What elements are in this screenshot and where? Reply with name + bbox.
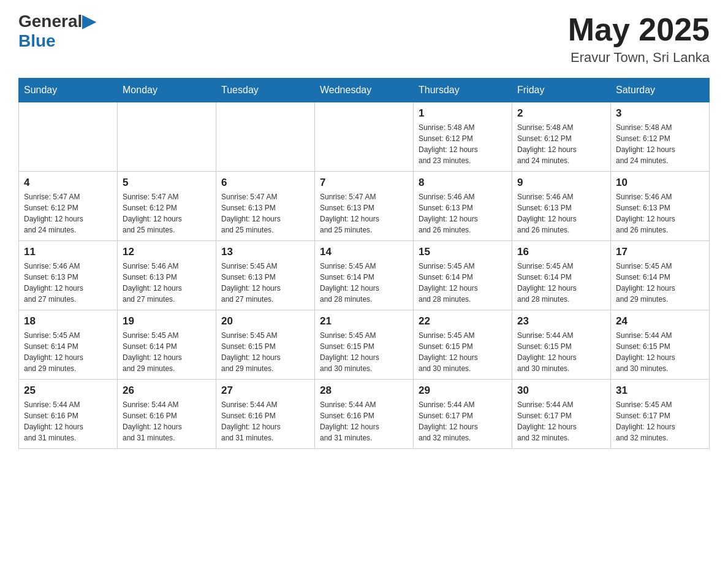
day-number: 11 (24, 246, 112, 258)
day-number: 2 (517, 107, 605, 120)
day-number: 5 (123, 177, 211, 189)
logo: General▶ Blue (18, 12, 96, 51)
table-row: 23Sunrise: 5:44 AM Sunset: 6:15 PM Dayli… (512, 310, 611, 380)
table-row: 26Sunrise: 5:44 AM Sunset: 6:16 PM Dayli… (118, 380, 216, 449)
table-row (118, 102, 216, 172)
day-info: Sunrise: 5:45 AM Sunset: 6:14 PM Dayligh… (419, 261, 507, 305)
day-info: Sunrise: 5:45 AM Sunset: 6:15 PM Dayligh… (221, 330, 309, 374)
day-number: 29 (419, 385, 507, 397)
day-number: 12 (123, 246, 211, 258)
day-info: Sunrise: 5:44 AM Sunset: 6:15 PM Dayligh… (517, 330, 605, 374)
day-number: 22 (419, 315, 507, 327)
day-info: Sunrise: 5:45 AM Sunset: 6:14 PM Dayligh… (616, 261, 704, 305)
day-info: Sunrise: 5:47 AM Sunset: 6:13 PM Dayligh… (320, 191, 408, 236)
day-info: Sunrise: 5:44 AM Sunset: 6:17 PM Dayligh… (517, 399, 605, 443)
title-section: May 2025 Eravur Town, Sri Lanka (568, 12, 710, 66)
table-row: 25Sunrise: 5:44 AM Sunset: 6:16 PM Dayli… (19, 380, 118, 449)
page-header: General▶ Blue May 2025 Eravur Town, Sri … (18, 12, 710, 66)
day-info: Sunrise: 5:45 AM Sunset: 6:15 PM Dayligh… (320, 330, 408, 374)
calendar-week-row: 1Sunrise: 5:48 AM Sunset: 6:12 PM Daylig… (19, 102, 710, 172)
day-info: Sunrise: 5:45 AM Sunset: 6:14 PM Dayligh… (123, 330, 211, 374)
day-number: 10 (616, 177, 704, 189)
day-number: 14 (320, 246, 408, 258)
day-info: Sunrise: 5:46 AM Sunset: 6:13 PM Dayligh… (616, 191, 704, 236)
logo-triangle-icon: ▶ (82, 12, 96, 31)
table-row (19, 102, 118, 172)
calendar-header-row: Sunday Monday Tuesday Wednesday Thursday… (19, 79, 710, 102)
logo-general-text: General▶ (18, 12, 96, 31)
day-info: Sunrise: 5:44 AM Sunset: 6:17 PM Dayligh… (419, 399, 507, 443)
day-number: 30 (517, 385, 605, 397)
header-sunday: Sunday (19, 79, 118, 102)
table-row: 18Sunrise: 5:45 AM Sunset: 6:14 PM Dayli… (19, 310, 118, 380)
logo-blue-text: Blue (18, 31, 56, 50)
day-number: 21 (320, 315, 408, 327)
day-info: Sunrise: 5:44 AM Sunset: 6:16 PM Dayligh… (123, 399, 211, 443)
day-info: Sunrise: 5:45 AM Sunset: 6:14 PM Dayligh… (517, 261, 605, 305)
header-friday: Friday (512, 79, 611, 102)
table-row: 24Sunrise: 5:44 AM Sunset: 6:15 PM Dayli… (611, 310, 710, 380)
day-number: 4 (24, 177, 112, 189)
day-number: 17 (616, 246, 704, 258)
day-number: 20 (221, 315, 309, 327)
table-row: 4Sunrise: 5:47 AM Sunset: 6:12 PM Daylig… (19, 172, 118, 241)
day-number: 3 (616, 107, 704, 120)
table-row: 30Sunrise: 5:44 AM Sunset: 6:17 PM Dayli… (512, 380, 611, 449)
day-info: Sunrise: 5:44 AM Sunset: 6:16 PM Dayligh… (221, 399, 309, 443)
location-title: Eravur Town, Sri Lanka (568, 50, 710, 66)
table-row: 5Sunrise: 5:47 AM Sunset: 6:12 PM Daylig… (118, 172, 216, 241)
day-info: Sunrise: 5:45 AM Sunset: 6:14 PM Dayligh… (24, 330, 112, 374)
day-number: 1 (419, 107, 507, 120)
day-number: 19 (123, 315, 211, 327)
table-row: 19Sunrise: 5:45 AM Sunset: 6:14 PM Dayli… (118, 310, 216, 380)
calendar-week-row: 18Sunrise: 5:45 AM Sunset: 6:14 PM Dayli… (19, 310, 710, 380)
day-info: Sunrise: 5:48 AM Sunset: 6:12 PM Dayligh… (616, 122, 704, 166)
day-number: 24 (616, 315, 704, 327)
day-info: Sunrise: 5:46 AM Sunset: 6:13 PM Dayligh… (123, 261, 211, 305)
day-number: 27 (221, 385, 309, 397)
day-number: 6 (221, 177, 309, 189)
month-title: May 2025 (568, 12, 710, 47)
table-row: 29Sunrise: 5:44 AM Sunset: 6:17 PM Dayli… (414, 380, 512, 449)
table-row: 20Sunrise: 5:45 AM Sunset: 6:15 PM Dayli… (216, 310, 315, 380)
table-row (315, 102, 414, 172)
day-info: Sunrise: 5:45 AM Sunset: 6:13 PM Dayligh… (221, 261, 309, 305)
header-monday: Monday (118, 79, 216, 102)
table-row: 21Sunrise: 5:45 AM Sunset: 6:15 PM Dayli… (315, 310, 414, 380)
day-info: Sunrise: 5:47 AM Sunset: 6:12 PM Dayligh… (24, 191, 112, 236)
table-row: 15Sunrise: 5:45 AM Sunset: 6:14 PM Dayli… (414, 241, 512, 310)
day-info: Sunrise: 5:48 AM Sunset: 6:12 PM Dayligh… (419, 122, 507, 166)
calendar-table: Sunday Monday Tuesday Wednesday Thursday… (18, 78, 710, 449)
day-number: 15 (419, 246, 507, 258)
table-row: 12Sunrise: 5:46 AM Sunset: 6:13 PM Dayli… (118, 241, 216, 310)
calendar-week-row: 11Sunrise: 5:46 AM Sunset: 6:13 PM Dayli… (19, 241, 710, 310)
day-info: Sunrise: 5:46 AM Sunset: 6:13 PM Dayligh… (24, 261, 112, 305)
table-row: 27Sunrise: 5:44 AM Sunset: 6:16 PM Dayli… (216, 380, 315, 449)
table-row: 3Sunrise: 5:48 AM Sunset: 6:12 PM Daylig… (611, 102, 710, 172)
header-wednesday: Wednesday (315, 79, 414, 102)
table-row: 22Sunrise: 5:45 AM Sunset: 6:15 PM Dayli… (414, 310, 512, 380)
table-row: 11Sunrise: 5:46 AM Sunset: 6:13 PM Dayli… (19, 241, 118, 310)
day-number: 26 (123, 385, 211, 397)
header-thursday: Thursday (414, 79, 512, 102)
header-saturday: Saturday (611, 79, 710, 102)
table-row: 1Sunrise: 5:48 AM Sunset: 6:12 PM Daylig… (414, 102, 512, 172)
day-number: 23 (517, 315, 605, 327)
table-row: 31Sunrise: 5:45 AM Sunset: 6:17 PM Dayli… (611, 380, 710, 449)
day-number: 25 (24, 385, 112, 397)
day-number: 9 (517, 177, 605, 189)
calendar-week-row: 25Sunrise: 5:44 AM Sunset: 6:16 PM Dayli… (19, 380, 710, 449)
day-info: Sunrise: 5:44 AM Sunset: 6:16 PM Dayligh… (320, 399, 408, 443)
day-info: Sunrise: 5:47 AM Sunset: 6:13 PM Dayligh… (221, 191, 309, 236)
day-number: 31 (616, 385, 704, 397)
day-number: 18 (24, 315, 112, 327)
table-row: 8Sunrise: 5:46 AM Sunset: 6:13 PM Daylig… (414, 172, 512, 241)
table-row: 6Sunrise: 5:47 AM Sunset: 6:13 PM Daylig… (216, 172, 315, 241)
table-row: 10Sunrise: 5:46 AM Sunset: 6:13 PM Dayli… (611, 172, 710, 241)
day-info: Sunrise: 5:45 AM Sunset: 6:15 PM Dayligh… (419, 330, 507, 374)
table-row: 13Sunrise: 5:45 AM Sunset: 6:13 PM Dayli… (216, 241, 315, 310)
day-info: Sunrise: 5:46 AM Sunset: 6:13 PM Dayligh… (517, 191, 605, 236)
table-row: 7Sunrise: 5:47 AM Sunset: 6:13 PM Daylig… (315, 172, 414, 241)
day-number: 28 (320, 385, 408, 397)
day-number: 16 (517, 246, 605, 258)
